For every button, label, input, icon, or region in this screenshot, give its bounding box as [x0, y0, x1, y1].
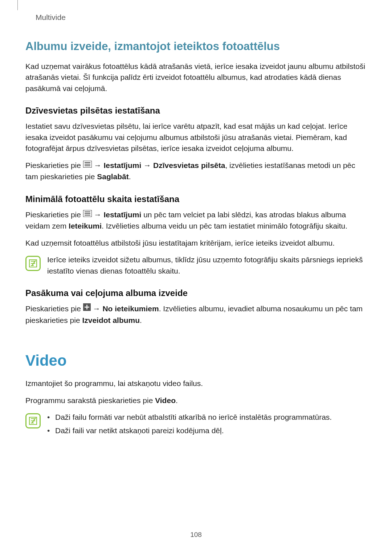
note-block-2: Daži failu formāti var nebūt atbalstīti …: [25, 412, 367, 438]
video-p2: Programmu sarakstā pieskarieties pie Vid…: [25, 395, 367, 406]
page-content: Albumu izveide, izmantojot ieteiktos fot…: [25, 40, 367, 442]
note2-item-0: Daži failu formāti var nebūt atbalstīti …: [47, 412, 332, 423]
video-p2-end: .: [176, 396, 178, 405]
sub2-title: Minimālā fotoattēlu skaita iestatīšana: [25, 194, 367, 204]
video-p2-bold: Video: [155, 396, 176, 405]
sub1-p2: Pieskarieties pie → Iestatījumi → Dzīves…: [25, 160, 367, 182]
sub2-bold2: Ieteikumi: [69, 222, 102, 230]
note2-item-1: Daži faili var netikt atskaņoti pareizi …: [47, 425, 332, 436]
menu-icon: [83, 209, 92, 220]
note-icon: [25, 413, 41, 428]
sub3-title: Pasākuma vai ceļojuma albuma izveide: [25, 288, 367, 298]
sub2-p1: Pieskarieties pie → Iestatījumi un pēc t…: [25, 209, 367, 232]
arrow: →: [141, 161, 153, 169]
note-text-1: Ierīce ieteiks izveidot sižetu albumus, …: [47, 254, 367, 276]
sub3-end: .: [140, 316, 142, 324]
note-icon: [25, 256, 41, 271]
sub1-bold2: Dzīvesvietas pilsēta: [153, 161, 225, 169]
plus-icon: [83, 303, 91, 314]
video-p1: Izmantojiet šo programmu, lai atskaņotu …: [25, 378, 367, 389]
sub2-p1-pre: Pieskarieties pie: [25, 210, 83, 219]
sub2-bold1: Iestatījumi: [103, 210, 141, 219]
sub1-p2-pre: Pieskarieties pie: [25, 161, 83, 169]
note-text-2: Daži failu formāti var nebūt atbalstīti …: [47, 412, 332, 438]
arrow: →: [92, 210, 104, 219]
page-number: 108: [0, 531, 392, 539]
section-album-title: Albumu izveide, izmantojot ieteiktos fot…: [25, 40, 367, 53]
menu-icon: [83, 160, 92, 171]
sub3-bold1: No ieteikumiem: [102, 304, 159, 313]
sub3-p1-pre: Pieskarieties pie: [25, 304, 83, 313]
sub1-title: Dzīvesvietas pilsētas iestatīšana: [25, 106, 367, 116]
sub1-p1: Iestatiet savu dzīvesvietas pilsētu, lai…: [25, 121, 367, 154]
video-p2-pre: Programmu sarakstā pieskarieties pie: [25, 396, 155, 405]
note-block-1: Ierīce ieteiks izveidot sižetu albumus, …: [25, 254, 367, 276]
sub1-bold3: Saglabāt: [97, 172, 129, 181]
video-title: Video: [25, 352, 367, 369]
page-margin-line: [17, 0, 18, 10]
sub3-p1: Pieskarieties pie → No ieteikumiem. Izvē…: [25, 303, 367, 326]
sub1-end: .: [129, 172, 131, 181]
arrow: →: [92, 161, 104, 169]
breadcrumb: Multivide: [36, 13, 66, 22]
sub1-bold1: Iestatījumi: [103, 161, 141, 169]
sub2-p2: Kad uzņemsit fotoattēlus atbilstoši jūsu…: [25, 238, 367, 249]
arrow: →: [91, 304, 103, 313]
sub3-bold2: Izveidot albumu: [82, 316, 140, 324]
section1-intro: Kad uzņemat vairākus fotoattēlus kādā at…: [25, 61, 367, 94]
sub2-after2: . Izvēlieties albuma veidu un pēc tam ie…: [102, 222, 347, 230]
